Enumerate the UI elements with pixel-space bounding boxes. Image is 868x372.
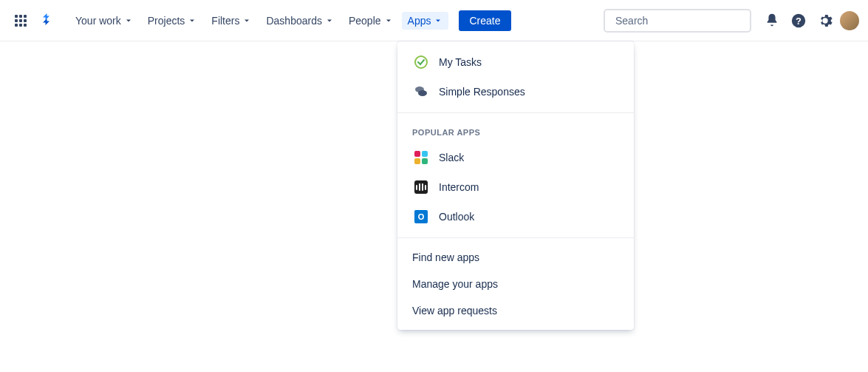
apps-dropdown: My Tasks Simple Responses POPULAR APPS S… <box>397 41 634 330</box>
nav-label: People <box>349 15 381 27</box>
chevron-down-icon <box>124 16 133 25</box>
app-label: Slack <box>439 152 464 163</box>
create-button[interactable]: Create <box>459 10 510 31</box>
svg-point-4 <box>415 56 427 68</box>
bell-icon <box>764 13 780 29</box>
find-new-apps[interactable]: Find new apps <box>397 244 634 271</box>
nav-people[interactable]: People <box>343 12 399 30</box>
action-label: Manage your apps <box>412 278 498 290</box>
app-label: My Tasks <box>439 56 482 68</box>
app-actions-section: Find new apps Manage your apps View app … <box>397 237 634 330</box>
nav-filters[interactable]: Filters <box>205 12 257 30</box>
popular-apps-heading: POPULAR APPS <box>397 119 634 143</box>
svg-text:?: ? <box>796 15 802 26</box>
app-label: Intercom <box>439 181 479 193</box>
nav-your-work[interactable]: Your work <box>69 12 139 30</box>
search-box[interactable] <box>604 9 751 33</box>
grid-icon <box>15 15 27 27</box>
action-label: Find new apps <box>412 251 479 263</box>
nav-label: Filters <box>211 15 239 27</box>
chevron-down-icon <box>188 16 197 25</box>
settings-button[interactable] <box>813 9 837 33</box>
app-label: Simple Responses <box>439 86 525 98</box>
app-slack[interactable]: Slack <box>397 143 634 172</box>
app-label: Outlook <box>439 211 474 223</box>
app-intercom[interactable]: Intercom <box>397 172 634 202</box>
help-icon: ? <box>790 13 807 29</box>
help-button[interactable]: ? <box>787 9 810 33</box>
popular-apps-section: POPULAR APPS Slack Intercom O Outlook <box>397 112 634 237</box>
search-input[interactable] <box>615 15 745 27</box>
slack-icon <box>412 149 430 166</box>
chevron-down-icon <box>242 16 251 25</box>
chevron-down-icon <box>325 16 334 25</box>
mytasks-icon <box>412 53 430 71</box>
your-apps-section: My Tasks Simple Responses <box>397 41 634 112</box>
chevron-down-icon <box>384 16 393 25</box>
action-label: View app requests <box>412 305 497 317</box>
notifications-button[interactable] <box>760 9 784 33</box>
outlook-icon: O <box>412 208 430 226</box>
nav-label: Dashboards <box>266 15 322 27</box>
nav-projects[interactable]: Projects <box>142 12 203 30</box>
nav-dashboards[interactable]: Dashboards <box>260 12 340 30</box>
chevron-down-icon <box>434 16 442 25</box>
app-switcher-button[interactable] <box>9 9 33 33</box>
svg-point-6 <box>418 90 427 96</box>
jira-logo[interactable] <box>35 9 59 33</box>
manage-your-apps[interactable]: Manage your apps <box>397 271 634 297</box>
nav-label: Apps <box>408 15 431 27</box>
responses-icon <box>412 83 430 101</box>
app-simple-responses[interactable]: Simple Responses <box>397 77 634 106</box>
nav-apps[interactable]: Apps <box>402 12 449 30</box>
nav-items: Your work Projects Filters Dashboards Pe… <box>69 12 448 30</box>
app-outlook[interactable]: O Outlook <box>397 202 634 231</box>
nav-label: Projects <box>148 15 185 27</box>
intercom-icon <box>412 178 430 196</box>
top-navigation-bar: Your work Projects Filters Dashboards Pe… <box>0 0 868 41</box>
user-avatar[interactable] <box>840 11 859 30</box>
jira-icon <box>38 12 56 30</box>
view-app-requests[interactable]: View app requests <box>397 297 634 324</box>
nav-label: Your work <box>75 15 121 27</box>
app-my-tasks[interactable]: My Tasks <box>397 47 634 77</box>
gear-icon <box>817 13 833 29</box>
